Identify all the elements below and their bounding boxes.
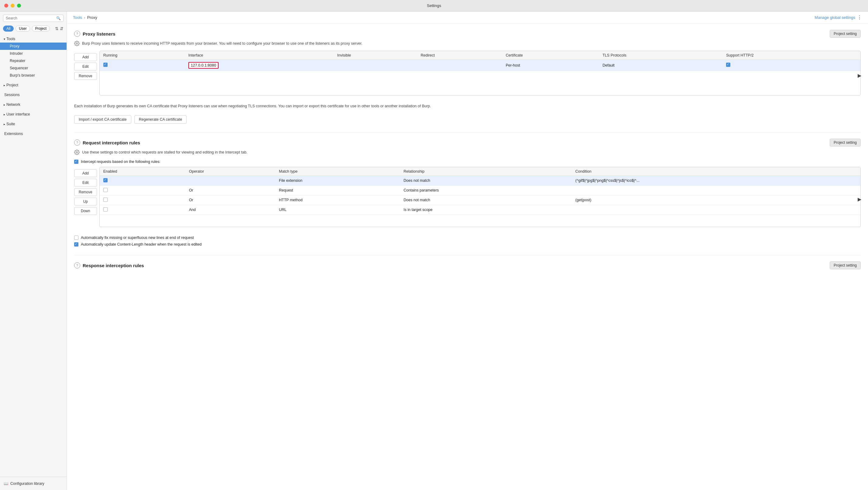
sidebar-item-sessions-label: Sessions <box>4 93 20 97</box>
interception-add-button[interactable]: Add <box>74 169 97 177</box>
response-interception-help-icon[interactable]: ? <box>74 262 80 268</box>
proxy-listeners-help-icon[interactable]: ? <box>74 31 80 37</box>
running-checkbox[interactable] <box>103 63 107 67</box>
close-button[interactable] <box>4 4 8 8</box>
ca-cert-text-area: Each installation of Burp generates its … <box>74 103 861 112</box>
network-section: ▸ Network <box>0 100 67 110</box>
suite-group-header[interactable]: ▸ Suite <box>0 120 67 128</box>
proxy-listeners-edit-button[interactable]: Edit <box>74 63 97 70</box>
cell-match-type-0: File extension <box>275 176 400 185</box>
tools-chevron-icon: ▾ <box>4 37 5 41</box>
cell-running <box>100 60 185 71</box>
book-icon: 📖 <box>4 481 8 486</box>
project-group-header[interactable]: ▸ Project <box>0 82 67 89</box>
ca-cert-description: Each installation of Burp generates its … <box>74 103 431 109</box>
auto-update-checkbox[interactable] <box>74 242 79 247</box>
cell-match-type-1: Request <box>275 185 400 195</box>
response-interception-section: ? Response interception rules Project se… <box>74 262 861 269</box>
sidebar-item-extensions[interactable]: Extensions <box>0 130 67 137</box>
topbar-right: Manage global settings ⋮ <box>814 14 862 20</box>
sidebar-bottom: 📖 Configuration library <box>0 477 67 490</box>
tools-group-header[interactable]: ▾ Tools <box>0 35 67 42</box>
enabled-checkbox-1[interactable] <box>103 188 107 192</box>
cell-operator-0 <box>185 176 275 185</box>
sidebar-item-proxy[interactable]: Proxy <box>0 42 67 50</box>
proxy-listeners-project-setting-button[interactable]: Project setting <box>830 30 861 38</box>
cell-condition-2: (get|post) <box>572 195 860 205</box>
manage-global-button[interactable]: Manage global settings <box>814 15 855 20</box>
interception-down-button[interactable]: Down <box>74 207 97 215</box>
project-chevron-icon: ▸ <box>4 84 5 87</box>
cell-support-http2 <box>722 60 860 71</box>
cell-enabled-3 <box>100 205 185 215</box>
cell-tls-protocols: Default <box>599 60 722 71</box>
enabled-checkbox-3[interactable] <box>103 207 107 212</box>
search-input[interactable] <box>6 16 56 20</box>
table-row[interactable]: And URL Is in target scope <box>100 205 860 215</box>
support-http2-checkbox[interactable] <box>726 63 730 67</box>
option-rows: Automatically fix missing or superfluous… <box>74 236 861 247</box>
table-row[interactable]: 127.0.0.1:8080 Per-host Default <box>100 60 860 71</box>
sidebar-item-sequencer[interactable]: Sequencer <box>0 64 67 72</box>
minimize-button[interactable] <box>11 4 14 8</box>
table-row[interactable]: Or Request Contains parameters <box>100 185 860 195</box>
interception-remove-button[interactable]: Remove <box>74 188 97 196</box>
proxy-listeners-header: ? Proxy listeners Project setting <box>74 30 861 38</box>
request-interception-header: ? Request interception rules Project set… <box>74 139 861 147</box>
config-library-item[interactable]: 📖 Configuration library <box>4 480 63 487</box>
enabled-checkbox-0[interactable] <box>103 178 107 182</box>
cell-match-type-2: HTTP method <box>275 195 400 205</box>
filter-user-button[interactable]: User <box>16 26 30 32</box>
breadcrumb-tools[interactable]: Tools <box>73 15 82 20</box>
cell-match-type-3: URL <box>275 205 400 215</box>
table-row[interactable]: File extension Does not match (^gif$|^jp… <box>100 176 860 185</box>
interception-up-button[interactable]: Up <box>74 197 97 206</box>
breadcrumb-proxy: Proxy <box>87 15 97 20</box>
enabled-checkbox-2[interactable] <box>103 197 107 202</box>
sort-desc-icon[interactable]: ⇵ <box>60 26 64 31</box>
suite-chevron-icon: ▸ <box>4 123 5 126</box>
request-interception-project-setting-button[interactable]: Project setting <box>830 139 861 147</box>
sidebar-item-repeater-label: Repeater <box>10 59 25 63</box>
user-interface-chevron-icon: ▸ <box>4 113 5 116</box>
topbar-menu-icon[interactable]: ⋮ <box>857 14 862 20</box>
network-group-header[interactable]: ▸ Network <box>0 101 67 108</box>
import-export-ca-button[interactable]: Import / export CA certificate <box>74 115 131 124</box>
auto-fix-checkbox[interactable] <box>74 236 79 240</box>
request-interception-table: Enabled Operator Match type Relationship… <box>100 167 860 227</box>
proxy-listeners-table: Running Interface Invisible Redirect Cer… <box>100 51 860 95</box>
sidebar-item-intruder[interactable]: Intruder <box>0 50 67 57</box>
sidebar: 🔍 All User Project ⇅ ⇵ ▾ Tools Proxy Int… <box>0 11 67 490</box>
request-interception-help-icon[interactable]: ? <box>74 140 80 146</box>
proxy-listeners-remove-button[interactable]: Remove <box>74 72 97 80</box>
cell-invisible <box>334 60 417 71</box>
intercept-requests-checkbox[interactable] <box>74 160 79 164</box>
proxy-listeners-section: ? Proxy listeners Project setting Burp P… <box>74 30 861 124</box>
response-interception-project-setting-button[interactable]: Project setting <box>830 262 861 269</box>
col-support-http2: Support HTTP/2 <box>722 51 860 60</box>
app-title: Settings <box>427 3 441 8</box>
filter-all-button[interactable]: All <box>3 26 14 32</box>
filter-project-button[interactable]: Project <box>32 26 50 32</box>
cell-enabled-0 <box>100 176 185 185</box>
sidebar-item-repeater[interactable]: Repeater <box>0 57 67 64</box>
app-layout: 🔍 All User Project ⇅ ⇵ ▾ Tools Proxy Int… <box>0 11 868 490</box>
sort-asc-icon[interactable]: ⇅ <box>55 26 59 31</box>
sidebar-item-burps-browser[interactable]: Burp's browser <box>0 72 67 79</box>
col-certificate: Certificate <box>502 51 599 60</box>
table-row[interactable]: Or HTTP method Does not match (get|post) <box>100 195 860 205</box>
maximize-button[interactable] <box>17 4 21 8</box>
col-running: Running <box>100 51 185 60</box>
sidebar-item-sessions[interactable]: Sessions <box>0 91 67 98</box>
sidebar-item-sequencer-label: Sequencer <box>10 66 28 70</box>
user-interface-group-header[interactable]: ▸ User interface <box>0 111 67 118</box>
breadcrumb: Tools › Proxy <box>73 15 97 20</box>
breadcrumb-separator: › <box>84 15 85 20</box>
proxy-listeners-add-button[interactable]: Add <box>74 53 97 61</box>
col-condition: Condition <box>572 167 860 176</box>
regenerate-ca-button[interactable]: Regenerate CA certificate <box>134 115 187 124</box>
interception-edit-button[interactable]: Edit <box>74 179 97 187</box>
user-interface-section: ▸ User interface <box>0 110 67 119</box>
proxy-listeners-btns: Add Edit Remove <box>74 51 99 100</box>
request-interception-section: ? Request interception rules Project set… <box>74 139 861 247</box>
